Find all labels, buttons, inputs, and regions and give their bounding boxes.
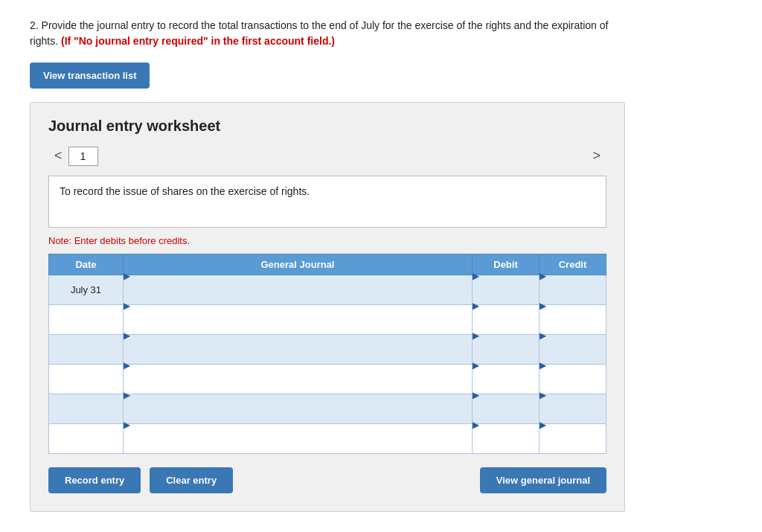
journal-input[interactable]: [124, 371, 472, 400]
prev-tab-arrow[interactable]: <: [48, 145, 68, 167]
credit-arrow-icon: ▶: [540, 271, 546, 281]
date-cell: [49, 394, 124, 424]
debit-input[interactable]: [473, 311, 539, 340]
date-cell: [49, 305, 124, 335]
row-arrow-icon: ▶: [124, 271, 130, 281]
clear-entry-button[interactable]: Clear entry: [150, 467, 233, 493]
credit-arrow-icon: ▶: [540, 330, 546, 341]
instruction-number: 2.: [30, 19, 39, 31]
credit-arrow-icon: ▶: [540, 420, 546, 430]
debit-input[interactable]: [473, 371, 539, 400]
header-date: Date: [49, 254, 124, 275]
next-tab-arrow[interactable]: >: [586, 145, 606, 167]
credit-input[interactable]: [540, 311, 606, 340]
credit-input[interactable]: [540, 400, 606, 429]
journal-input[interactable]: [124, 430, 472, 459]
journal-input[interactable]: [124, 311, 472, 340]
row-arrow-icon: ▶: [124, 301, 130, 311]
worksheet-title: Journal entry worksheet: [48, 118, 606, 135]
debit-arrow-icon: ▶: [473, 360, 479, 371]
credit-arrow-icon: ▶: [540, 360, 546, 371]
journal-input[interactable]: [124, 341, 472, 370]
credit-input[interactable]: [540, 430, 606, 459]
credit-input[interactable]: [540, 371, 606, 400]
instructions: 2. Provide the journal entry to record t…: [30, 18, 625, 49]
journal-cell[interactable]: ▶: [124, 275, 473, 305]
view-general-journal-button[interactable]: View general journal: [480, 467, 606, 493]
debit-cell[interactable]: ▶: [473, 275, 540, 305]
date-cell: [49, 335, 124, 365]
tab-navigation: < 1 >: [48, 145, 606, 167]
record-entry-button[interactable]: Record entry: [48, 467, 141, 493]
date-cell: [49, 365, 124, 394]
debit-input[interactable]: [473, 341, 539, 370]
journal-input[interactable]: [124, 281, 472, 310]
row-arrow-icon: ▶: [124, 360, 130, 371]
credit-arrow-icon: ▶: [540, 390, 546, 400]
date-cell: [49, 424, 124, 454]
journal-table: Date General Journal Debit Credit July 3…: [48, 254, 606, 454]
credit-input[interactable]: [540, 281, 606, 310]
journal-entry-worksheet: Journal entry worksheet < 1 > To record …: [30, 102, 625, 512]
credit-input[interactable]: [540, 341, 606, 370]
row-arrow-icon: ▶: [124, 390, 130, 400]
debit-input[interactable]: [473, 400, 539, 429]
note-text: Note: Enter debits before credits.: [48, 235, 606, 246]
debit-arrow-icon: ▶: [473, 301, 479, 311]
credit-arrow-icon: ▶: [540, 301, 546, 311]
row-arrow-icon: ▶: [124, 420, 130, 430]
worksheet-description: To record the issue of shares on the exe…: [48, 176, 606, 228]
date-cell: July 31: [49, 275, 124, 305]
table-row: July 31▶▶▶: [49, 275, 606, 305]
instruction-red: (If "No journal entry required" in the f…: [61, 35, 335, 47]
header-credit: Credit: [540, 254, 606, 275]
debit-arrow-icon: ▶: [473, 420, 479, 430]
header-general-journal: General Journal: [124, 254, 473, 275]
journal-input[interactable]: [124, 400, 472, 429]
action-buttons-row: Record entry Clear entry View general jo…: [48, 467, 606, 493]
debit-arrow-icon: ▶: [473, 330, 479, 341]
row-arrow-icon: ▶: [124, 330, 130, 341]
credit-cell[interactable]: ▶: [540, 275, 606, 305]
debit-input[interactable]: [473, 281, 539, 310]
debit-arrow-icon: ▶: [473, 271, 479, 281]
debit-input[interactable]: [473, 430, 539, 459]
current-tab[interactable]: 1: [68, 147, 98, 166]
debit-arrow-icon: ▶: [473, 390, 479, 400]
header-debit: Debit: [473, 254, 540, 275]
view-transaction-button[interactable]: View transaction list: [30, 63, 150, 89]
